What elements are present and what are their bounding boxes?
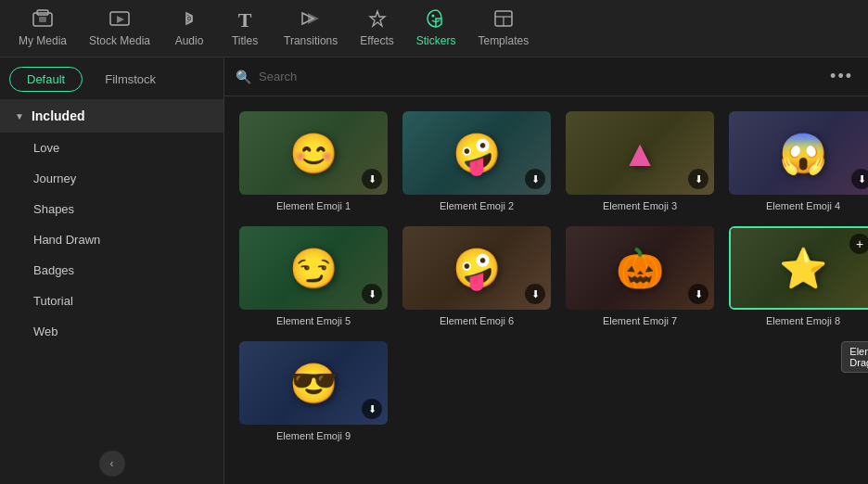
tab-default[interactable]: Default — [9, 67, 83, 92]
sticker-item-9[interactable]: 😎 ⬇ Element Emoji 9 — [239, 341, 388, 441]
sidebar-item-love[interactable]: Love — [0, 133, 223, 163]
sticker-label-4: Element Emoji 4 — [766, 200, 840, 211]
emoji-5: 😏 — [289, 246, 338, 291]
sticker-thumb-4[interactable]: 😱 ⬇ — [729, 111, 868, 195]
audio-icon — [180, 9, 198, 31]
search-icon: 🔍 — [236, 70, 251, 84]
sidebar-item-hand-drawn[interactable]: Hand Drawn — [0, 224, 223, 255]
emoji-2: 🤪 — [453, 131, 501, 176]
sticker-label-5: Element Emoji 5 — [276, 315, 351, 326]
nav-label-my-media: My Media — [19, 34, 67, 47]
svg-marker-8 — [308, 13, 319, 24]
tooltip-8: Element Emoji 8 Drag to the timel — [841, 341, 868, 373]
sidebar-item-journey[interactable]: Journey — [0, 163, 223, 194]
sticker-thumb-5[interactable]: 😏 ⬇ — [239, 226, 388, 310]
download-btn-5[interactable]: ⬇ — [362, 284, 382, 304]
sticker-item-5[interactable]: 😏 ⬇ Element Emoji 5 — [239, 226, 388, 326]
sticker-label-3: Element Emoji 3 — [603, 200, 677, 211]
emoji-4: 😱 — [779, 131, 827, 176]
sidebar-item-tutorial[interactable]: Tutorial — [0, 286, 223, 316]
more-options-button[interactable]: ••• — [826, 67, 857, 86]
sticker-grid: 😊 ⬇ Element Emoji 1 🤪 ⬇ Element Emoji 2 — [224, 96, 868, 484]
sticker-item-3[interactable]: ▲ ⬇ Element Emoji 3 — [566, 111, 714, 211]
sidebar-item-web[interactable]: Web — [0, 316, 223, 347]
tooltip-line2: Drag to the timel — [849, 357, 868, 368]
sticker-label-9: Element Emoji 9 — [276, 430, 351, 441]
sidebar-item-badges[interactable]: Badges — [0, 255, 223, 286]
content-area: Default Filmstock ▼ Included Love Journe… — [0, 57, 868, 484]
download-btn-4[interactable]: ⬇ — [851, 169, 868, 189]
stock-media-icon — [109, 9, 130, 31]
emoji-8: ⭐ — [779, 246, 827, 291]
nav-label-effects: Effects — [360, 34, 393, 47]
emoji-6: 🤪 — [453, 246, 501, 291]
sticker-thumb-7[interactable]: 🎃 ⬇ — [566, 226, 714, 310]
emoji-9: 😎 — [289, 361, 338, 406]
tooltip-line1: Element Emoji 8 — [849, 346, 868, 357]
sticker-thumb-1[interactable]: 😊 ⬇ — [239, 111, 388, 195]
nav-item-effects[interactable]: Effects — [349, 4, 404, 53]
download-btn-1[interactable]: ⬇ — [362, 169, 382, 189]
download-btn-6[interactable]: ⬇ — [525, 284, 545, 304]
sidebar-collapse-button[interactable]: ‹ — [99, 451, 125, 477]
sidebar-list: ▼ Included Love Journey Shapes Hand Draw… — [0, 92, 223, 443]
sidebar-section-included[interactable]: ▼ Included — [0, 99, 223, 133]
my-media-icon — [32, 9, 53, 31]
emoji-1: 😊 — [289, 131, 338, 176]
sticker-thumb-9[interactable]: 😎 ⬇ — [239, 341, 388, 425]
search-input[interactable] — [259, 70, 819, 83]
sticker-thumb-2[interactable]: 🤪 ⬇ — [402, 111, 551, 195]
sidebar: Default Filmstock ▼ Included Love Journe… — [0, 57, 224, 484]
nav-item-titles[interactable]: T Titles — [217, 5, 273, 53]
sidebar-item-shapes[interactable]: Shapes — [0, 194, 223, 224]
titles-icon: T — [238, 10, 252, 31]
collapse-icon: ‹ — [110, 457, 114, 470]
nav-label-templates: Templates — [478, 34, 529, 47]
nav-label-titles: Titles — [232, 34, 258, 47]
svg-point-10 — [432, 15, 435, 18]
download-btn-2[interactable]: ⬇ — [525, 169, 545, 189]
download-btn-7[interactable]: ⬇ — [688, 284, 708, 304]
svg-point-6 — [188, 18, 190, 19]
download-btn-9[interactable]: ⬇ — [362, 399, 382, 419]
nav-item-audio[interactable]: Audio — [161, 4, 217, 53]
templates-icon — [493, 9, 514, 31]
section-label-included: Included — [32, 108, 85, 123]
sticker-label-2: Element Emoji 2 — [440, 200, 514, 211]
sticker-item-1[interactable]: 😊 ⬇ Element Emoji 1 — [239, 111, 388, 211]
section-arrow-icon: ▼ — [15, 111, 24, 121]
sticker-item-7[interactable]: 🎃 ⬇ Element Emoji 7 — [566, 226, 714, 326]
svg-marker-9 — [370, 11, 385, 26]
sticker-item-8[interactable]: ⭐ + Element Emoji 8 Element Emoji 8 Drag… — [729, 226, 868, 326]
sticker-item-6[interactable]: 🤪 ⬇ Element Emoji 6 — [402, 226, 551, 326]
sticker-item-2[interactable]: 🤪 ⬇ Element Emoji 2 — [402, 111, 551, 211]
effects-icon — [367, 9, 388, 31]
sticker-label-1: Element Emoji 1 — [276, 200, 351, 211]
nav-item-stickers[interactable]: Stickers — [405, 4, 467, 53]
nav-label-stickers: Stickers — [416, 34, 456, 47]
nav-item-templates[interactable]: Templates — [466, 4, 540, 53]
stickers-icon — [426, 9, 446, 31]
main-content: 🔍 ••• 😊 ⬇ Element Emoji 1 🤪 ⬇ — [224, 57, 868, 484]
sticker-label-8: Element Emoji 8 — [766, 315, 840, 326]
nav-label-transitions: Transitions — [284, 34, 338, 47]
nav-item-my-media[interactable]: My Media — [7, 4, 78, 53]
sticker-thumb-8[interactable]: ⭐ + — [729, 226, 868, 310]
sticker-item-4[interactable]: 😱 ⬇ Element Emoji 4 — [729, 111, 868, 211]
sidebar-tabs: Default Filmstock — [0, 57, 223, 92]
add-btn-8[interactable]: + — [849, 234, 868, 254]
nav-label-audio: Audio — [175, 34, 204, 47]
nav-item-transitions[interactable]: Transitions — [273, 4, 349, 53]
emoji-7: 🎃 — [616, 246, 664, 291]
search-bar: 🔍 ••• — [224, 57, 868, 96]
sticker-thumb-6[interactable]: 🤪 ⬇ — [402, 226, 551, 310]
tab-filmstock[interactable]: Filmstock — [88, 67, 172, 92]
sticker-thumb-3[interactable]: ▲ ⬇ — [566, 111, 714, 195]
download-btn-3[interactable]: ⬇ — [688, 169, 708, 189]
sticker-label-7: Element Emoji 7 — [603, 315, 677, 326]
sticker-label-6: Element Emoji 6 — [440, 315, 514, 326]
svg-marker-4 — [117, 16, 124, 23]
nav-item-stock-media[interactable]: Stock Media — [78, 4, 161, 53]
svg-rect-2 — [39, 17, 46, 22]
top-navigation: My Media Stock Media Audio T Titles — [0, 0, 868, 57]
